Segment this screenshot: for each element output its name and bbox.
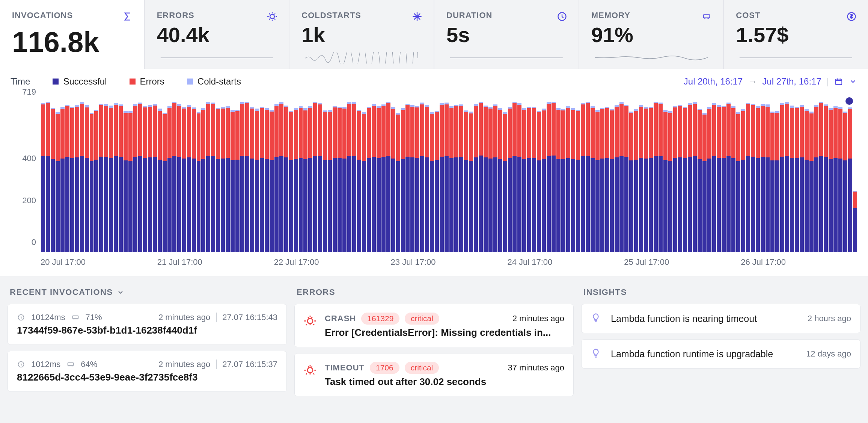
chart-bar[interactable] bbox=[434, 102, 439, 252]
chart-bar[interactable] bbox=[322, 102, 327, 252]
chart-bar[interactable] bbox=[391, 102, 396, 252]
chart-bar[interactable] bbox=[833, 102, 838, 252]
chart-bar[interactable] bbox=[503, 102, 508, 252]
chart-bar[interactable] bbox=[794, 102, 799, 252]
chart-bar[interactable] bbox=[55, 102, 60, 252]
chart-bar[interactable] bbox=[663, 102, 668, 252]
kpi-memory[interactable]: MEMORY 91% bbox=[579, 0, 723, 69]
legend-successful[interactable]: Successful bbox=[53, 76, 107, 87]
chart-bar[interactable] bbox=[250, 102, 255, 252]
chart-bar[interactable] bbox=[420, 102, 425, 252]
chart-bar[interactable] bbox=[289, 102, 294, 252]
chart-bar[interactable] bbox=[65, 102, 70, 252]
chart-bar[interactable] bbox=[483, 102, 488, 252]
chart-bar[interactable] bbox=[653, 102, 658, 252]
chart-bar[interactable] bbox=[517, 102, 522, 252]
chart-bar[interactable] bbox=[113, 102, 118, 252]
chart-bar[interactable] bbox=[405, 102, 410, 252]
chart-bar[interactable] bbox=[357, 102, 362, 252]
chart-bar[interactable] bbox=[396, 102, 401, 252]
chart-bar[interactable] bbox=[527, 102, 532, 252]
chart-bar[interactable] bbox=[177, 102, 182, 252]
chart-bar[interactable] bbox=[634, 102, 639, 252]
chart-bar[interactable] bbox=[172, 102, 177, 252]
kpi-coldstarts[interactable]: COLDSTARTS 1k bbox=[289, 0, 434, 69]
chart-bar[interactable] bbox=[235, 102, 240, 252]
chart-bar[interactable] bbox=[561, 102, 566, 252]
chart-bar[interactable] bbox=[318, 102, 322, 252]
chart-bar[interactable] bbox=[454, 102, 459, 252]
chart-bar[interactable] bbox=[128, 102, 133, 252]
chart-bar[interactable] bbox=[683, 102, 687, 252]
chart-bar[interactable] bbox=[746, 102, 750, 252]
chart-bar[interactable] bbox=[590, 102, 595, 252]
chart-bar[interactable] bbox=[429, 102, 434, 252]
chart-bar[interactable] bbox=[94, 102, 99, 252]
chart-bar[interactable] bbox=[362, 102, 366, 252]
chart-bar[interactable] bbox=[386, 102, 391, 252]
kpi-errors[interactable]: ERRORS 40.4k bbox=[144, 0, 289, 69]
chart-bar[interactable] bbox=[610, 102, 615, 252]
chart-bar[interactable] bbox=[498, 102, 503, 252]
chart-bar[interactable] bbox=[274, 102, 279, 252]
chart-bar[interactable] bbox=[629, 102, 634, 252]
chart-bar[interactable] bbox=[294, 102, 298, 252]
chart-bar[interactable] bbox=[775, 102, 780, 252]
chart-bar[interactable] bbox=[206, 102, 211, 252]
chart-bar[interactable] bbox=[585, 102, 590, 252]
chart-bar[interactable] bbox=[464, 102, 469, 252]
chart-bar[interactable] bbox=[493, 102, 498, 252]
chart-plot[interactable] bbox=[41, 102, 857, 252]
chart-bar[interactable] bbox=[848, 102, 853, 252]
chart-bar[interactable] bbox=[99, 102, 104, 252]
chart-bar[interactable] bbox=[337, 102, 342, 252]
chart-bar[interactable] bbox=[108, 102, 113, 252]
invocation-card[interactable]: 1012ms64%2 minutes ago27.07 16:15:378122… bbox=[8, 351, 287, 392]
chart-bar[interactable] bbox=[605, 102, 610, 252]
chart-bar[interactable] bbox=[245, 102, 250, 252]
chart-bar[interactable] bbox=[284, 102, 289, 252]
chart-bar[interactable] bbox=[123, 102, 128, 252]
chart-bar[interactable] bbox=[410, 102, 415, 252]
chart-bar[interactable] bbox=[750, 102, 755, 252]
chart-bar[interactable] bbox=[303, 102, 308, 252]
chart-bar[interactable] bbox=[532, 102, 536, 252]
chart-bar[interactable] bbox=[658, 102, 663, 252]
chart-bar[interactable] bbox=[614, 102, 619, 252]
chart-bar[interactable] bbox=[551, 102, 556, 252]
chart-bar[interactable] bbox=[215, 102, 220, 252]
chart-bar[interactable] bbox=[843, 102, 848, 252]
chart-bar[interactable] bbox=[673, 102, 678, 252]
chart-bar[interactable] bbox=[770, 102, 775, 252]
chart-bar[interactable] bbox=[780, 102, 785, 252]
chart-bar[interactable] bbox=[459, 102, 464, 252]
chart-bar[interactable] bbox=[838, 102, 843, 252]
chart-bar[interactable] bbox=[576, 102, 580, 252]
legend-errors[interactable]: Errors bbox=[130, 76, 164, 87]
chart-bar[interactable] bbox=[697, 102, 702, 252]
chart-bar[interactable] bbox=[512, 102, 517, 252]
chart-bar[interactable] bbox=[352, 102, 357, 252]
chart-bar[interactable] bbox=[726, 102, 731, 252]
chart-bar[interactable] bbox=[225, 102, 230, 252]
chart-bar[interactable] bbox=[556, 102, 561, 252]
chart-bar[interactable] bbox=[152, 102, 157, 252]
chart-bar[interactable] bbox=[692, 102, 697, 252]
chart-bar[interactable] bbox=[84, 102, 89, 252]
chart-bar[interactable] bbox=[259, 102, 264, 252]
insight-card[interactable]: Lambda function runtime is upgradable12 … bbox=[581, 339, 860, 369]
chart-bar[interactable] bbox=[619, 102, 624, 252]
chart-bar[interactable] bbox=[220, 102, 225, 252]
chart-bar[interactable] bbox=[790, 102, 794, 252]
chart-bar[interactable] bbox=[488, 102, 493, 252]
chart-bar[interactable] bbox=[148, 102, 152, 252]
chart-bar[interactable] bbox=[401, 102, 405, 252]
chart-bar[interactable] bbox=[191, 102, 196, 252]
chart-bar[interactable] bbox=[473, 102, 478, 252]
chart-bar[interactable] bbox=[425, 102, 429, 252]
chart-bar[interactable] bbox=[449, 102, 454, 252]
chart-bar[interactable] bbox=[41, 102, 45, 252]
chart-bar[interactable] bbox=[571, 102, 576, 252]
chart-bar[interactable] bbox=[376, 102, 381, 252]
chart-bar[interactable] bbox=[264, 102, 269, 252]
